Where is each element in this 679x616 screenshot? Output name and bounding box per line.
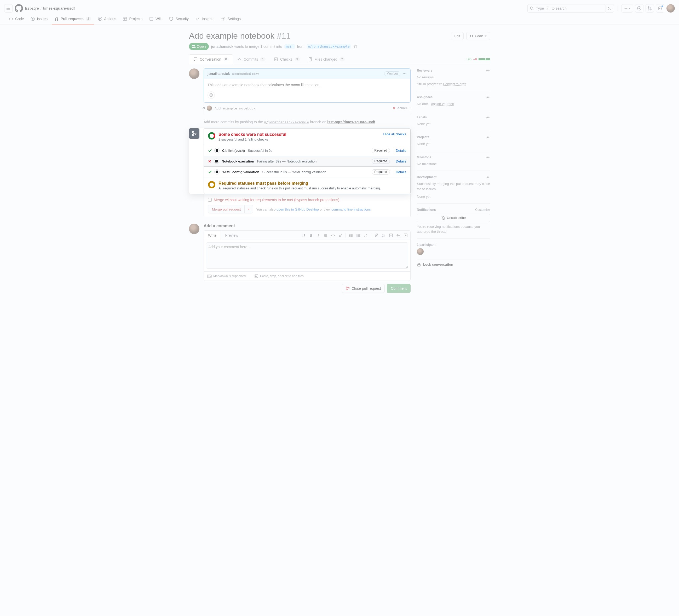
tasklist-icon[interactable] — [363, 233, 368, 237]
my-avatar[interactable] — [189, 224, 199, 234]
participant-avatar[interactable] — [417, 248, 424, 255]
bold-icon[interactable]: B — [309, 233, 313, 237]
nav-pulls[interactable]: Pull requests2 — [52, 14, 94, 25]
bypass-checkbox[interactable] — [208, 198, 212, 202]
pr-author[interactable]: jonathansick — [211, 44, 233, 48]
ul-icon[interactable] — [356, 233, 360, 237]
add-reaction[interactable] — [207, 92, 215, 99]
tab-preview[interactable]: Preview — [221, 231, 242, 240]
issues-button[interactable] — [635, 4, 643, 12]
svg-rect-19 — [274, 58, 278, 61]
mention-icon[interactable]: @ — [382, 233, 386, 237]
convert-draft-link[interactable]: Convert to draft — [443, 82, 466, 86]
command-palette-button[interactable] — [606, 4, 614, 12]
comment-textarea[interactable] — [206, 242, 408, 269]
nav-actions[interactable]: Actions — [95, 14, 119, 25]
search-input[interactable]: Type / to search — [527, 4, 606, 12]
commit-row: Add example notebook dc0a915 — [203, 102, 411, 114]
unsubscribe-button[interactable]: Unsubscribe — [417, 214, 490, 222]
pull-requests-button[interactable] — [646, 4, 654, 12]
svg-point-7 — [32, 18, 33, 19]
nav-issues[interactable]: Issues — [28, 14, 50, 25]
user-avatar[interactable] — [667, 4, 675, 12]
nav-wiki[interactable]: Wiki — [147, 14, 165, 25]
comment-author[interactable]: jonathansick — [207, 72, 230, 76]
desktop-link[interactable]: open this in GitHub Desktop — [277, 207, 319, 211]
code-icon[interactable] — [331, 233, 335, 237]
customize-link[interactable]: Customize — [475, 208, 490, 212]
svg-rect-12 — [123, 17, 127, 21]
svg-rect-51 — [418, 264, 420, 266]
edit-button[interactable]: Edit — [451, 32, 464, 40]
required-pill: Required — [371, 159, 390, 164]
ol-icon[interactable] — [349, 233, 353, 237]
italic-icon[interactable]: I — [316, 233, 320, 237]
gear-icon[interactable] — [486, 135, 490, 139]
nav-hamburger[interactable] — [4, 4, 12, 12]
comment-menu[interactable] — [402, 72, 407, 76]
svg-point-4 — [648, 9, 649, 10]
tab-files[interactable]: Files changed2 — [304, 55, 349, 64]
breadcrumb-owner[interactable]: lsst-sqre — [25, 6, 39, 10]
head-branch[interactable]: u/jonathansick/example — [306, 44, 351, 49]
tab-commits[interactable]: Commits1 — [233, 55, 270, 64]
check-details-link[interactable]: Details — [396, 159, 406, 163]
github-logo[interactable] — [14, 4, 23, 12]
gear-icon[interactable] — [486, 68, 490, 73]
tab-checks[interactable]: Checks3 — [270, 55, 304, 64]
svg-point-5 — [650, 9, 651, 10]
merge-dropdown[interactable] — [245, 205, 253, 213]
svg-point-8 — [55, 17, 56, 18]
tab-write[interactable]: Write — [204, 231, 221, 240]
reviewers-heading: Reviewers — [417, 69, 432, 72]
nav-settings[interactable]: Settings — [219, 14, 243, 25]
reply-icon[interactable] — [396, 233, 400, 237]
comment-button[interactable]: Comment — [387, 284, 411, 293]
nav-security[interactable]: Security — [166, 14, 191, 25]
svg-point-35 — [357, 235, 357, 236]
markdown-hint[interactable]: Markdown is supported — [207, 274, 246, 278]
nav-projects[interactable]: Projects — [120, 14, 145, 25]
nav-insights[interactable]: Insights — [193, 14, 217, 25]
notifications-button[interactable] — [656, 4, 665, 12]
svg-point-9 — [55, 20, 56, 21]
commit-sha[interactable]: dc0a915 — [397, 106, 411, 110]
gear-icon[interactable] — [486, 115, 490, 119]
code-dropdown[interactable]: Code — [466, 32, 490, 40]
breadcrumb-repo[interactable]: times-square-usdf — [43, 6, 75, 10]
hide-checks-link[interactable]: Hide all checks — [383, 132, 406, 136]
check-icon — [208, 170, 212, 174]
link-icon[interactable] — [338, 233, 343, 237]
attach-icon[interactable] — [374, 233, 379, 237]
lock-conversation[interactable]: Lock conversation — [417, 260, 490, 270]
tab-conversation[interactable]: Conversation0 — [189, 54, 233, 64]
copy-icon[interactable] — [353, 44, 357, 48]
close-pr-button[interactable]: Close pull request — [342, 284, 385, 293]
comment-avatar[interactable] — [189, 68, 199, 79]
expand-icon[interactable] — [403, 233, 408, 237]
commit-message[interactable]: Add example notebook — [215, 106, 256, 110]
statuses-link[interactable]: statuses — [236, 186, 249, 190]
check-details-link[interactable]: Details — [396, 170, 406, 174]
merge-button[interactable]: Merge pull request — [208, 205, 245, 213]
quote-icon[interactable] — [324, 233, 328, 237]
gear-icon[interactable] — [486, 175, 490, 179]
gear-icon[interactable] — [486, 95, 490, 99]
gear-icon[interactable] — [486, 155, 490, 159]
bell-slash-icon — [441, 216, 445, 220]
create-new-button[interactable] — [621, 4, 633, 12]
bypass-checkbox-row[interactable]: Merge without waiting for requirements t… — [208, 198, 406, 202]
pr-icon — [192, 45, 196, 48]
commit-avatar[interactable] — [207, 106, 212, 111]
nav-code[interactable]: Code — [6, 14, 26, 25]
cli-link[interactable]: command line instructions — [331, 207, 370, 211]
heading-icon[interactable]: H — [301, 233, 306, 237]
attach-hint[interactable]: Paste, drop, or click to add files — [254, 274, 304, 278]
check-details-link[interactable]: Details — [396, 149, 406, 152]
check-meta: Successful in 3s — YAML config validatio… — [262, 170, 326, 174]
assign-self-link[interactable]: assign yourself — [431, 102, 454, 106]
x-icon — [208, 160, 211, 163]
notifications-heading: Notifications — [417, 208, 436, 212]
crossref-icon[interactable] — [389, 233, 393, 237]
base-branch[interactable]: main — [284, 44, 295, 49]
